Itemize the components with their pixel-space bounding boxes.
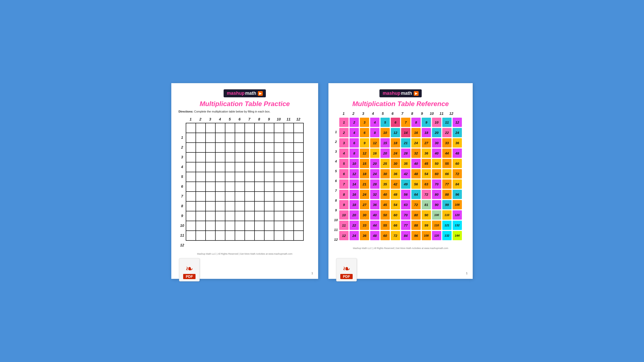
table-cell[interactable]: [255, 221, 265, 231]
table-cell[interactable]: [255, 202, 265, 211]
table-cell[interactable]: [294, 143, 304, 153]
table-cell[interactable]: [206, 182, 216, 192]
table-cell[interactable]: [196, 211, 206, 221]
table-cell[interactable]: [274, 221, 284, 231]
table-cell[interactable]: [196, 153, 206, 162]
table-cell[interactable]: [265, 202, 274, 211]
table-cell[interactable]: [245, 231, 255, 241]
table-cell[interactable]: [274, 123, 284, 133]
table-cell[interactable]: [235, 202, 245, 211]
table-cell[interactable]: [284, 162, 294, 172]
table-cell[interactable]: [245, 221, 255, 231]
table-cell[interactable]: [235, 123, 245, 133]
table-cell[interactable]: [216, 221, 225, 231]
table-cell[interactable]: [265, 211, 274, 221]
table-cell[interactable]: [274, 172, 284, 182]
table-cell[interactable]: [196, 192, 206, 202]
table-cell[interactable]: [196, 172, 206, 182]
table-cell[interactable]: [294, 123, 304, 133]
table-cell[interactable]: [284, 192, 294, 202]
table-cell[interactable]: [206, 231, 216, 241]
table-cell[interactable]: [274, 211, 284, 221]
table-cell[interactable]: [225, 202, 235, 211]
table-cell[interactable]: [216, 182, 225, 192]
table-cell[interactable]: [225, 133, 235, 143]
table-cell[interactable]: [255, 172, 265, 182]
table-cell[interactable]: [294, 192, 304, 202]
table-cell[interactable]: [186, 231, 196, 241]
table-cell[interactable]: [284, 153, 294, 162]
table-cell[interactable]: [235, 162, 245, 172]
table-cell[interactable]: [265, 162, 274, 172]
table-cell[interactable]: [196, 162, 206, 172]
table-cell[interactable]: [284, 202, 294, 211]
table-cell[interactable]: [284, 172, 294, 182]
table-cell[interactable]: [235, 231, 245, 241]
table-cell[interactable]: [245, 133, 255, 143]
table-cell[interactable]: [245, 162, 255, 172]
table-cell[interactable]: [216, 123, 225, 133]
left-pdf-icon[interactable]: ❧ PDF: [179, 258, 200, 281]
table-cell[interactable]: [245, 172, 255, 182]
table-cell[interactable]: [245, 153, 255, 162]
table-cell[interactable]: [284, 231, 294, 241]
table-cell[interactable]: [255, 211, 265, 221]
table-cell[interactable]: [294, 231, 304, 241]
table-cell[interactable]: [225, 123, 235, 133]
table-cell[interactable]: [245, 192, 255, 202]
table-cell[interactable]: [284, 133, 294, 143]
right-pdf-icon[interactable]: ❧ PDF: [336, 258, 357, 281]
table-cell[interactable]: [265, 123, 274, 133]
table-cell[interactable]: [206, 221, 216, 231]
table-cell[interactable]: [196, 202, 206, 211]
table-cell[interactable]: [206, 192, 216, 202]
table-cell[interactable]: [216, 143, 225, 153]
table-cell[interactable]: [225, 143, 235, 153]
table-cell[interactable]: [274, 133, 284, 143]
table-cell[interactable]: [265, 231, 274, 241]
table-cell[interactable]: [255, 123, 265, 133]
table-cell[interactable]: [186, 172, 196, 182]
table-cell[interactable]: [186, 162, 196, 172]
table-cell[interactable]: [274, 202, 284, 211]
table-cell[interactable]: [274, 162, 284, 172]
table-cell[interactable]: [216, 172, 225, 182]
table-cell[interactable]: [235, 153, 245, 162]
table-cell[interactable]: [235, 182, 245, 192]
table-cell[interactable]: [186, 143, 196, 153]
table-cell[interactable]: [196, 133, 206, 143]
table-cell[interactable]: [255, 162, 265, 172]
table-cell[interactable]: [284, 123, 294, 133]
table-cell[interactable]: [225, 231, 235, 241]
table-cell[interactable]: [186, 221, 196, 231]
table-cell[interactable]: [186, 211, 196, 221]
table-cell[interactable]: [186, 123, 196, 133]
table-cell[interactable]: [235, 172, 245, 182]
table-cell[interactable]: [245, 211, 255, 221]
table-cell[interactable]: [225, 211, 235, 221]
table-cell[interactable]: [225, 182, 235, 192]
table-cell[interactable]: [186, 153, 196, 162]
table-cell[interactable]: [196, 182, 206, 192]
table-cell[interactable]: [206, 172, 216, 182]
table-cell[interactable]: [255, 133, 265, 143]
table-cell[interactable]: [206, 143, 216, 153]
table-cell[interactable]: [196, 221, 206, 231]
table-cell[interactable]: [216, 192, 225, 202]
table-cell[interactable]: [235, 211, 245, 221]
table-cell[interactable]: [186, 133, 196, 143]
table-cell[interactable]: [274, 143, 284, 153]
table-cell[interactable]: [274, 192, 284, 202]
table-cell[interactable]: [206, 133, 216, 143]
table-cell[interactable]: [225, 192, 235, 202]
table-cell[interactable]: [225, 221, 235, 231]
table-cell[interactable]: [265, 221, 274, 231]
table-cell[interactable]: [294, 221, 304, 231]
table-cell[interactable]: [186, 182, 196, 192]
table-cell[interactable]: [216, 162, 225, 172]
table-cell[interactable]: [225, 162, 235, 172]
table-cell[interactable]: [245, 182, 255, 192]
table-cell[interactable]: [235, 133, 245, 143]
table-cell[interactable]: [206, 211, 216, 221]
table-cell[interactable]: [294, 211, 304, 221]
